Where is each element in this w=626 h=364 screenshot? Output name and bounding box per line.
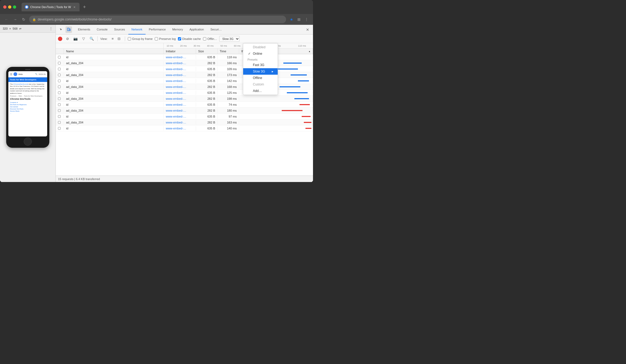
maximize-button[interactable]: [13, 5, 16, 9]
breadcrumb-web: Web: [19, 95, 22, 97]
td-checkbox[interactable]: [56, 91, 64, 95]
td-time: 163 ms: [218, 120, 239, 125]
nav-icons-right: ★ ⊞ ⋮: [288, 16, 310, 23]
lock-icon: 🔒: [32, 18, 36, 21]
td-checkbox[interactable]: [56, 115, 64, 118]
td-size: 282 B: [196, 61, 218, 65]
td-checkbox[interactable]: [56, 73, 64, 77]
td-initiator: www-embed-…: [164, 91, 196, 95]
tab-console[interactable]: Console: [94, 25, 111, 35]
tab-application[interactable]: Application: [186, 25, 207, 35]
filter-button[interactable]: ▽: [81, 36, 87, 42]
menu-button[interactable]: ⋮: [303, 16, 310, 23]
mobile-panel-more-button[interactable]: ⋮: [49, 26, 53, 31]
td-time: 198 ms: [218, 97, 239, 101]
rotate-button[interactable]: ⇄: [19, 27, 21, 30]
detail-view-button[interactable]: ⊟: [116, 36, 122, 42]
tab-network[interactable]: Network: [128, 25, 146, 35]
camera-button[interactable]: 📷: [73, 36, 78, 42]
tab-close-button[interactable]: ✕: [73, 5, 76, 9]
td-time: 166 ms: [218, 61, 239, 65]
table-row[interactable]: id www-embed-… 635 B 97 ms: [56, 114, 313, 119]
td-waterfall: [239, 128, 313, 129]
phone-nav-item-more: ...: [10, 112, 46, 114]
clear-button[interactable]: ⊘: [64, 36, 70, 42]
ruler-ticks: 10 ms 20 ms 30 ms 40 ms 50 ms 60 ms 70 m…: [164, 43, 313, 48]
close-button[interactable]: [3, 5, 6, 9]
td-checkbox[interactable]: [56, 61, 64, 65]
tab-memory[interactable]: Memory: [169, 25, 186, 35]
list-view-button[interactable]: ≡: [110, 36, 116, 42]
th-size[interactable]: Size: [196, 49, 218, 54]
td-checkbox[interactable]: [56, 85, 64, 89]
back-button[interactable]: ←: [3, 16, 10, 23]
throttle-offline-item[interactable]: Offline: [243, 75, 278, 81]
th-time[interactable]: Time: [218, 49, 239, 54]
td-checkbox[interactable]: [56, 103, 64, 107]
device-toolbar-button[interactable]: [66, 26, 72, 33]
td-checkbox[interactable]: [56, 55, 64, 59]
throttle-slow3g-item[interactable]: Slow 3G ▸: [243, 68, 278, 75]
td-name: id: [64, 126, 164, 131]
throttle-dropdown[interactable]: Slow 3G Online Fast 3G Offline: [219, 36, 240, 42]
td-size: 635 B: [196, 79, 218, 83]
td-checkbox[interactable]: [56, 97, 64, 101]
disable-cache-group: Disable cache: [178, 37, 201, 40]
address-bar[interactable]: 🔒 developers.google.com/web/tools/chrome…: [29, 16, 286, 23]
search-button[interactable]: 🔍: [89, 36, 95, 42]
throttle-custom-label: Custom: [253, 83, 264, 86]
td-checkbox[interactable]: [56, 79, 64, 83]
mobile-panel: 320 × 568 ⇄ ⋮ ☰ Web 🔍: [0, 25, 56, 182]
toolbar-divider-2: [125, 36, 125, 41]
inspect-element-button[interactable]: [58, 26, 64, 33]
reload-button[interactable]: ↻: [20, 16, 27, 23]
throttle-add-label: Add…: [253, 89, 262, 93]
table-row[interactable]: ad_data_204 www-embed-… 282 B 198 ms: [56, 96, 313, 102]
td-checkbox[interactable]: [56, 67, 64, 71]
forward-button[interactable]: →: [12, 16, 18, 23]
th-initiator[interactable]: Initiator: [164, 49, 196, 54]
td-checkbox[interactable]: [56, 109, 64, 112]
table-row[interactable]: id www-embed-… 635 B 140 ms: [56, 125, 313, 131]
throttle-fast3g-item[interactable]: Fast 3G: [243, 62, 278, 68]
phone-header: ☰ Web 🔍 SIGN IN: [8, 71, 47, 77]
td-name: id: [64, 67, 164, 71]
throttle-disabled-item[interactable]: Disabled: [243, 44, 278, 50]
tab-security[interactable]: Securi…: [207, 25, 225, 35]
th-name[interactable]: Name: [64, 49, 164, 54]
tab-sources[interactable]: Sources: [111, 25, 128, 35]
preserve-log-checkbox[interactable]: [155, 37, 158, 40]
throttle-cursor-indicator: ▸: [272, 70, 273, 73]
offline-label: Offlin…: [207, 37, 217, 40]
minimize-button[interactable]: [8, 5, 11, 9]
mobile-dimensions: 320 × 568 ⇄: [3, 27, 21, 30]
td-time: 125 ms: [218, 91, 239, 95]
table-row[interactable]: ad_data_204 www-embed-… 282 B 163 ms: [56, 119, 313, 125]
group-by-frame-checkbox[interactable]: [128, 37, 131, 40]
bookmark-button[interactable]: ★: [288, 16, 295, 23]
td-size: 635 B: [196, 114, 218, 119]
ruler-spacer: [56, 43, 164, 48]
tab-bar: Chrome DevTools | Tools for W ✕ +: [22, 3, 310, 11]
td-checkbox[interactable]: [56, 121, 64, 124]
tab-performance[interactable]: Performance: [146, 25, 169, 35]
td-name: ad_data_204: [64, 120, 164, 125]
phone-link: #ChromeDevSummit: [13, 83, 28, 85]
new-tab-button[interactable]: +: [81, 3, 88, 11]
td-name: ad_data_204: [64, 61, 164, 65]
devtools-close-button[interactable]: ✕: [304, 26, 311, 33]
disable-cache-checkbox[interactable]: [178, 37, 181, 40]
table-row[interactable]: id www-embed-… 635 B 74 ms: [56, 102, 313, 108]
offline-checkbox[interactable]: [203, 37, 206, 40]
table-row[interactable]: ad_data_204 www-embed-… 282 B 180 ms: [56, 108, 313, 114]
td-initiator: www-embed-…: [164, 67, 196, 71]
td-size: 635 B: [196, 91, 218, 95]
td-checkbox[interactable]: [56, 126, 64, 130]
td-time: 142 ms: [218, 79, 239, 83]
record-button[interactable]: [58, 37, 62, 41]
tab-elements[interactable]: Elements: [75, 25, 94, 35]
throttle-add-item[interactable]: Add…: [243, 88, 278, 94]
throttle-online-item[interactable]: ✓ Online: [243, 50, 278, 57]
browser-tab[interactable]: Chrome DevTools | Tools for W ✕: [22, 3, 80, 11]
customize-button[interactable]: ⊞: [296, 16, 302, 23]
